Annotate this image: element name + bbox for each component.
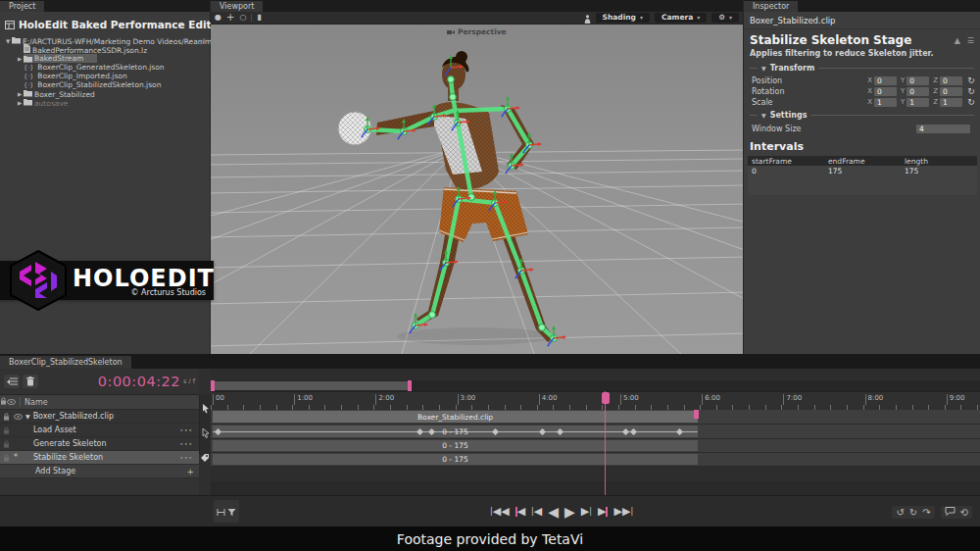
move-tool-icon[interactable]: +	[226, 13, 234, 23]
timeline-row-add-stage[interactable]: Add Stage+	[0, 465, 199, 478]
time-ruler[interactable]: 001:002:003:004:005:006:007:008:009:00	[211, 391, 980, 405]
expand-arrow-icon[interactable]: ▶	[16, 100, 24, 106]
transport-button[interactable]: ▶▶|	[613, 506, 633, 518]
orbit-tool-icon[interactable]: ○	[239, 13, 246, 23]
comment-icon[interactable]	[945, 507, 956, 518]
timeline-row-stabilize-skeleton[interactable]: *Stabilize Skeleton•••	[0, 451, 199, 465]
lock-icon[interactable]	[0, 426, 12, 434]
more-options-icon[interactable]: •••	[179, 454, 193, 461]
eye-icon[interactable]	[12, 414, 24, 420]
timeline-row-generate-skeleton[interactable]: Generate Skeleton•••	[0, 437, 199, 451]
shading-dropdown[interactable]: Shading▾	[596, 13, 650, 23]
cursor-outline-tool-icon[interactable]	[202, 424, 210, 442]
expand-arrow-icon[interactable]: ▼	[4, 38, 12, 44]
select-tool-icon[interactable]: ●	[215, 13, 221, 23]
x-field[interactable]: 0	[874, 87, 897, 96]
transport-button[interactable]: ◀	[548, 506, 559, 518]
lock-icon[interactable]	[0, 413, 12, 421]
window-size-label: Window Size	[752, 125, 916, 133]
settings-section-header[interactable]: ▼ Settings	[744, 108, 980, 122]
stage-track-generate-skeleton[interactable]: 0 - 175	[211, 439, 980, 453]
x-field[interactable]: 0	[874, 76, 897, 85]
intervals-column[interactable]: startFrame	[748, 157, 824, 166]
intervals-column[interactable]: endFrame	[824, 157, 901, 166]
tab-project[interactable]: Project	[0, 1, 44, 12]
intervals-column[interactable]: length	[901, 157, 977, 166]
expand-arrow-icon[interactable]: ▶	[16, 91, 24, 97]
clip-end-marker[interactable]	[694, 410, 699, 419]
snap-toggle-icon[interactable]	[217, 502, 225, 521]
perspective-label[interactable]: Perspective	[211, 27, 743, 36]
warning-icon[interactable]: ▲	[955, 36, 960, 45]
tree-item[interactable]: {·}BoxerClip_Imported.json	[0, 72, 210, 80]
stage-track-stabilize-skeleton[interactable]: 0 - 175	[211, 453, 980, 467]
reset-icon[interactable]: ↻	[966, 75, 976, 85]
z-field[interactable]: 0	[940, 87, 962, 96]
reset-icon[interactable]: ↻	[966, 86, 976, 96]
loop-icon[interactable]: ↺	[896, 507, 904, 518]
loop-icon[interactable]: ↷	[922, 507, 930, 518]
camera-dropdown[interactable]: Camera▾	[655, 13, 707, 23]
plus-icon[interactable]: +	[186, 467, 194, 476]
track-bar[interactable]: 0 - 175	[213, 454, 698, 465]
z-field[interactable]: 0	[940, 76, 962, 85]
lock-icon[interactable]	[0, 454, 12, 462]
more-options-icon[interactable]: •••	[179, 440, 193, 447]
tree-item[interactable]: {·}BoxerClip_GeneratedSkeleton.json	[0, 63, 210, 72]
range-handle-left[interactable]	[211, 380, 215, 391]
playhead-handle[interactable]	[602, 392, 610, 404]
timeline-row-boxer-stabilized-clip[interactable]: ▼Boxer_Stabilized.clip	[0, 410, 199, 424]
tag-tool-icon[interactable]	[201, 448, 210, 467]
range-handle-right[interactable]	[408, 380, 412, 391]
y-field[interactable]: 0	[906, 87, 929, 96]
transform-section-header[interactable]: ▼ Transform	[744, 61, 980, 75]
timecode-units[interactable]: s / f	[183, 377, 195, 385]
timecode-display[interactable]: 0:00:04:22	[41, 374, 180, 389]
scale-tool-icon[interactable]: ▮	[257, 13, 261, 23]
transport-button[interactable]: ▶	[598, 506, 608, 518]
timeline-toolbar: 0:00:04:22 s / f	[0, 369, 199, 395]
tab-timeline-clip[interactable]: BoxerClip_StabilizedSkeleton	[0, 356, 131, 369]
tree-item[interactable]: ▶BakedStream	[0, 54, 210, 63]
tab-viewport[interactable]: Viewport	[211, 1, 263, 12]
track-bar[interactable]: Boxer_Stabilized.clip	[213, 411, 698, 423]
z-field[interactable]: 1	[940, 98, 962, 107]
transport-button[interactable]: ◀	[515, 506, 525, 518]
lock-icon[interactable]	[0, 440, 12, 448]
transport-button[interactable]: |◀◀	[490, 506, 510, 518]
transport-button[interactable]: ▶|	[581, 506, 592, 518]
expand-arrow-icon[interactable]: ▶	[16, 56, 24, 62]
intervals-row[interactable]: 0175175	[748, 166, 977, 175]
track-bar[interactable]: 0 - 175	[213, 440, 698, 451]
add-track-button[interactable]	[4, 375, 20, 388]
context-menu-icon[interactable]: ☰	[967, 36, 974, 45]
loop-playback-icon[interactable]: ⟲	[960, 507, 968, 518]
collapse-caret-icon[interactable]: ▼	[25, 413, 30, 420]
tree-item[interactable]: BakedPerformanceSSDR.json.lz	[0, 45, 210, 54]
cursor-tool-icon[interactable]	[202, 399, 210, 418]
filter-icon[interactable]	[227, 502, 236, 521]
timeline-row-load-asset[interactable]: Load Asset•••	[0, 424, 199, 437]
window-size-field[interactable]: 4	[916, 125, 970, 133]
delete-button[interactable]	[23, 375, 38, 388]
loop-icon[interactable]: ↻	[909, 507, 917, 518]
viewport-settings-dropdown[interactable]: ⚙▾	[711, 13, 739, 23]
tab-inspector[interactable]: Inspector	[744, 1, 798, 12]
y-field[interactable]: 1	[906, 98, 929, 107]
transport-button[interactable]: |◀	[531, 506, 542, 518]
reset-icon[interactable]: ↻	[966, 97, 976, 107]
tree-item[interactable]: ▶autosave	[0, 98, 210, 107]
holoedit-app: Project HoloEdit Baked Performance Editi…	[0, 0, 980, 551]
credits-text: Footage provided by TetaVi	[397, 531, 583, 547]
y-field[interactable]: 0	[906, 76, 929, 85]
range-bar[interactable]	[214, 381, 410, 390]
x-field[interactable]: 1	[874, 98, 897, 107]
transport-button[interactable]: ▶	[564, 506, 575, 518]
viewport-canvas[interactable]: Perspective	[211, 25, 743, 354]
stage-track-load-asset[interactable]: 0 - 175	[211, 425, 980, 439]
clip-track[interactable]: Boxer_Stabilized.clip	[211, 410, 980, 425]
timeline-range-scrollbar[interactable]	[211, 380, 980, 391]
playhead-line[interactable]	[605, 391, 606, 499]
more-options-icon[interactable]: •••	[179, 426, 193, 433]
timeline-track-area[interactable]: 001:002:003:004:005:006:007:008:009:00 B…	[211, 369, 980, 495]
